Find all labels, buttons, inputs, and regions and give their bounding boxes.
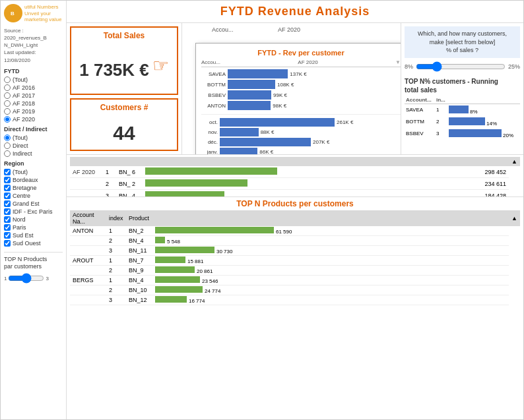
- top-n-account: BSBEV: [405, 128, 435, 140]
- popup-month-row: oct.261K €: [201, 118, 401, 127]
- mid-col-value: [469, 157, 509, 166]
- region-bordeaux[interactable]: Bordeaux: [4, 177, 63, 183]
- cust-bar-value: 108K €: [277, 82, 294, 88]
- bot-product: BN_10: [126, 285, 152, 295]
- mid-bar: [143, 178, 469, 190]
- bot-col-bar: [152, 210, 509, 226]
- mid-year: [70, 190, 103, 198]
- pct-slider-row: 8% 25%: [405, 61, 520, 72]
- customers-value: 44: [113, 122, 135, 144]
- fytd-radio-2019[interactable]: [4, 108, 11, 115]
- region-nord[interactable]: Nord: [4, 216, 63, 223]
- fytd-option-2019[interactable]: AF 2019: [4, 108, 63, 115]
- di-option-tout[interactable]: (Tout): [4, 135, 63, 141]
- di-radio-direct[interactable]: [4, 142, 11, 149]
- region-sud-est[interactable]: Sud Est: [4, 232, 63, 239]
- total-sales-title: Total Sales: [104, 31, 145, 40]
- mid-product: BN_ 2: [116, 178, 143, 190]
- region-label: Region: [4, 160, 63, 167]
- bot-product: BN_9: [126, 266, 152, 276]
- total-sales-panel: Total Sales 1 735K € ☞: [70, 26, 178, 95]
- bot-scroll[interactable]: ▲: [509, 210, 520, 226]
- mid-scroll[interactable]: ▲: [509, 157, 520, 166]
- popup-month-row: déc.207K €: [201, 138, 401, 146]
- bot-product: BN_12: [126, 295, 152, 305]
- fytd-radio-2016[interactable]: [4, 84, 11, 91]
- bot-bar: 20 861: [152, 266, 509, 276]
- di-option-indirect[interactable]: Indirect: [4, 150, 63, 157]
- region-idf[interactable]: IDF - Exc Paris: [4, 208, 63, 215]
- region-cb-bretagne[interactable]: [4, 185, 11, 191]
- mid-value: 184 428: [469, 190, 509, 198]
- middle-table-row: 3BN_ 4184 428: [70, 190, 520, 198]
- di-option-direct[interactable]: Direct: [4, 142, 63, 149]
- running-total-title: TOP N% customers - Running total sales: [405, 77, 520, 94]
- bot-account: BERGS: [70, 276, 106, 285]
- top-n-table: Account... in... SAVEA18%BOTTM214%BSBEV3…: [405, 96, 520, 140]
- middle-table-area: ▲ AF 20201BN_ 6298 4522BN_ 2234 6113BN_ …: [67, 154, 523, 197]
- popup-scroll[interactable]: ▼: [395, 59, 401, 65]
- di-label: Direct / Indirect: [4, 126, 63, 133]
- fytd-radio-2020[interactable]: [4, 116, 11, 123]
- cust-bar-label: BSBEV: [201, 92, 228, 98]
- month-value: 261K €: [337, 119, 353, 125]
- bot-account: [70, 295, 106, 305]
- di-radio-indirect[interactable]: [4, 150, 11, 157]
- bot-col-index: index: [106, 210, 126, 226]
- fytd-option-2017[interactable]: AF 2017: [4, 92, 63, 99]
- region-cb-grand-est[interactable]: [4, 200, 11, 207]
- mid-bar: [143, 190, 469, 198]
- region-cb-bordeaux[interactable]: [4, 177, 11, 183]
- fytd-option-tout[interactable]: (Tout): [4, 76, 63, 83]
- region-cb-tout[interactable]: [4, 169, 11, 175]
- region-bretagne[interactable]: Bretagne: [4, 185, 63, 191]
- top-n-section: TOP N Products par customers 1 3: [4, 252, 63, 284]
- month-label: nov.: [201, 129, 220, 135]
- top-n-account: SAVEA: [405, 104, 435, 116]
- top-n-min: 1: [4, 276, 7, 282]
- fytd-option-2020[interactable]: AF 2020: [4, 116, 63, 123]
- mid-col-product: [116, 157, 143, 166]
- header: FYTD Revenue Analysis: [67, 1, 523, 22]
- page-title: FYTD Revenue Analysis: [71, 5, 519, 18]
- bot-idx: 3: [106, 246, 126, 256]
- fytd-option-2018[interactable]: AF 2018: [4, 100, 63, 107]
- bot-bar: 15 881: [152, 256, 509, 266]
- month-bar: [220, 128, 259, 136]
- popup-chart[interactable]: FYTD - Rev per customer Accou... AF 2020…: [195, 43, 401, 154]
- main-content: FYTD Revenue Analysis Total Sales 1 735K…: [67, 1, 523, 419]
- fytd-radio-2018[interactable]: [4, 100, 11, 107]
- main-container: B utiful Numbers Unveil your marketing v…: [0, 0, 524, 420]
- region-cb-sud-est[interactable]: [4, 232, 11, 239]
- region-grand-est[interactable]: Grand Est: [4, 200, 63, 207]
- top-n-row: SAVEA18%: [405, 104, 520, 116]
- bot-product: BN_2: [126, 226, 152, 236]
- month-label: oct.: [201, 119, 220, 125]
- top-n-slider[interactable]: [8, 273, 44, 284]
- bottom-table-row: 2BN_920 861: [70, 266, 520, 276]
- fytd-option-2016[interactable]: AF 2016: [4, 84, 63, 91]
- popup-month-bars: oct.261K €nov.88K €déc.207K €janv.86K €f…: [201, 118, 401, 154]
- bot-bar: 24 774: [152, 285, 509, 295]
- region-cb-paris[interactable]: [4, 224, 11, 231]
- fytd-radio-2017[interactable]: [4, 92, 11, 99]
- region-sud-ouest[interactable]: Sud Ouest: [4, 240, 63, 247]
- region-centre[interactable]: Centre: [4, 193, 63, 199]
- region-cb-centre[interactable]: [4, 193, 11, 199]
- mid-bar: [143, 166, 469, 178]
- fytd-label: FYTD: [4, 68, 63, 75]
- fytd-radio-tout[interactable]: [4, 76, 11, 83]
- bot-account: [70, 236, 106, 246]
- cust-bar-value: 99K €: [273, 92, 287, 98]
- mid-idx: 3: [103, 190, 116, 198]
- region-tout[interactable]: (Tout): [4, 169, 63, 175]
- fytd-chart-panel: Accou... AF 2020 FYTD - Rev per customer…: [182, 23, 401, 154]
- region-cb-sud-ouest[interactable]: [4, 240, 11, 247]
- region-paris[interactable]: Paris: [4, 224, 63, 231]
- bot-account: [70, 266, 106, 276]
- di-radio-tout[interactable]: [4, 135, 11, 141]
- pct-slider[interactable]: [416, 61, 506, 72]
- region-cb-nord[interactable]: [4, 216, 11, 223]
- bot-idx: 2: [106, 266, 126, 276]
- region-cb-idf[interactable]: [4, 208, 11, 215]
